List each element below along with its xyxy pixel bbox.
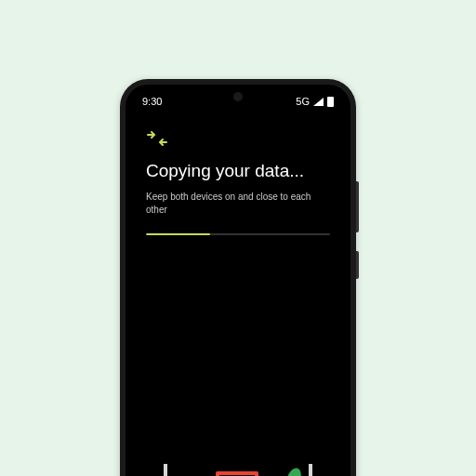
battery-icon — [327, 97, 334, 107]
marker-left — [164, 464, 167, 476]
phone-frame: 9:30 5G Copying your data... Keep both d… — [120, 79, 356, 476]
signal-icon — [313, 98, 324, 106]
status-time: 9:30 — [142, 96, 162, 107]
network-label: 5G — [296, 96, 310, 107]
phone-screen: 9:30 5G Copying your data... Keep both d… — [126, 85, 350, 476]
camera-notch — [233, 92, 243, 101]
power-button — [356, 251, 359, 279]
progress-bar — [146, 233, 330, 235]
screen-subtitle: Keep both devices on and close to each o… — [146, 191, 330, 217]
marker-right — [309, 464, 312, 476]
green-oval-icon — [284, 466, 303, 476]
main-content: Copying your data... Keep both devices o… — [126, 112, 350, 254]
volume-button — [356, 181, 359, 232]
screen-title: Copying your data... — [146, 161, 330, 181]
progress-fill — [146, 233, 210, 235]
conveyor-illustration — [126, 447, 350, 476]
status-right: 5G — [296, 96, 334, 107]
transfer-arrows-icon — [146, 131, 330, 146]
